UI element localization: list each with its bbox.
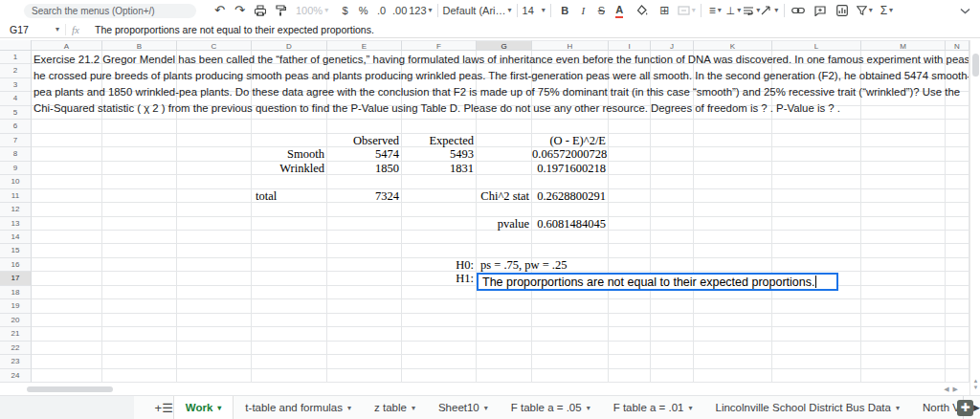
row-header-22[interactable]: 22: [0, 342, 32, 355]
format-percent-button[interactable]: %: [354, 2, 372, 19]
cell-F17[interactable]: H1:: [402, 272, 477, 285]
text-wrap-icon[interactable]: ▾: [743, 2, 761, 19]
decrease-decimals-button[interactable]: .0: [372, 2, 390, 19]
horizontal-scrollbar-thumb[interactable]: [27, 386, 113, 392]
row-header-19[interactable]: 19: [0, 299, 32, 313]
row-header-16[interactable]: 16: [0, 258, 32, 272]
row-header-24[interactable]: 24: [0, 369, 32, 383]
chevron-down-icon[interactable]: ▾: [412, 404, 415, 412]
column-header-E[interactable]: E: [327, 40, 402, 51]
cell-F7[interactable]: Expected: [402, 134, 477, 147]
column-header-M[interactable]: M: [861, 40, 946, 51]
format-currency-button[interactable]: $: [336, 2, 354, 19]
exercise-text[interactable]: Exercise 21.2 Gregor Mendel has been cal…: [33, 52, 969, 117]
cell-E9[interactable]: 1850: [327, 162, 402, 175]
cell-E8[interactable]: 5474: [327, 147, 402, 161]
functions-icon[interactable]: Σ ▾: [878, 2, 896, 19]
all-sheets-menu-icon[interactable]: ☰: [162, 396, 173, 419]
row-header-10[interactable]: 10: [0, 175, 32, 188]
cell-H8[interactable]: 0.06572000728: [532, 147, 609, 161]
insert-comment-icon[interactable]: [812, 2, 830, 19]
row-header-18[interactable]: 18: [0, 286, 32, 299]
font-family-select[interactable]: Default (Ari… ▾: [443, 2, 512, 19]
column-header-J[interactable]: J: [651, 40, 694, 51]
cell-H13[interactable]: 0.6081484045: [532, 217, 609, 231]
select-all-corner[interactable]: [0, 40, 32, 51]
column-header-H[interactable]: H: [532, 40, 609, 51]
column-header-N[interactable]: N: [946, 40, 969, 51]
cell-H7[interactable]: (O - E)^2/E: [532, 134, 609, 147]
italic-button[interactable]: I: [574, 2, 592, 19]
redo-icon[interactable]: ↷: [231, 2, 249, 19]
row-header-4[interactable]: 4: [0, 92, 32, 105]
column-header-C[interactable]: C: [177, 40, 252, 51]
row-header-8[interactable]: 8: [0, 147, 32, 161]
chevron-down-icon[interactable]: ▾: [689, 404, 693, 412]
row-header-23[interactable]: 23: [0, 355, 32, 368]
borders-icon[interactable]: ⊞: [656, 2, 674, 19]
chevron-down-icon[interactable]: ▾: [484, 404, 488, 412]
row-header-3[interactable]: 3: [0, 78, 32, 92]
row-header-5[interactable]: 5: [0, 106, 32, 120]
vertical-scroll-arrows-icon[interactable]: ▲▼: [972, 378, 979, 391]
strikethrough-button[interactable]: S: [592, 2, 611, 19]
sheet-tab-lincolnville-school-district-bus-data[interactable]: Lincolnville School District Bus Data▾: [704, 396, 911, 419]
zoom-select[interactable]: 100% ▾: [296, 2, 328, 19]
text-rotation-icon[interactable]: ▾: [761, 2, 779, 19]
insert-link-icon[interactable]: [790, 2, 808, 19]
row-header-13[interactable]: 13: [0, 217, 32, 231]
cell-D8[interactable]: Smooth: [252, 147, 327, 161]
menu-search-input[interactable]: Search the menus (Option+/): [24, 4, 196, 18]
add-sheet-button[interactable]: +: [155, 396, 163, 419]
chevron-down-icon[interactable]: ▾: [587, 404, 590, 412]
cell-G16[interactable]: ps = .75, pw = .25: [477, 258, 532, 272]
sheet-tab-sheet10[interactable]: Sheet10▾: [427, 396, 500, 419]
create-filter-icon[interactable]: ▾: [856, 2, 874, 19]
row-header-21[interactable]: 21: [0, 327, 32, 341]
column-header-K[interactable]: K: [694, 40, 772, 51]
row-header-20[interactable]: 20: [0, 314, 32, 327]
sheet-tab-work[interactable]: Work▾: [173, 396, 234, 419]
row-header-7[interactable]: 7: [0, 134, 32, 147]
bold-button[interactable]: B: [556, 2, 574, 19]
chevron-down-icon[interactable]: ▾: [896, 404, 900, 412]
column-header-L[interactable]: L: [772, 40, 861, 51]
sheet-tab-z-table[interactable]: z table▾: [363, 396, 427, 419]
column-header-D[interactable]: D: [252, 40, 327, 51]
horizontal-scroll-arrows-icon[interactable]: ◀▶: [944, 386, 962, 393]
more-formats-button[interactable]: 123 ▾: [409, 2, 432, 19]
vertical-scrollbar-thumb[interactable]: [972, 54, 979, 77]
font-size-select[interactable]: 14 ▾: [523, 2, 546, 19]
sheet-tab-f-table-a-05[interactable]: F table a = .05▾: [500, 396, 602, 419]
fill-color-icon[interactable]: [634, 2, 652, 19]
increase-decimals-button[interactable]: .00: [390, 2, 409, 19]
scroll-tabs-right-icon[interactable]: ▶: [973, 396, 980, 419]
chevron-down-icon[interactable]: ▾: [347, 404, 351, 412]
cell-F8[interactable]: 5493: [402, 147, 477, 161]
cell-F16[interactable]: H0:: [402, 258, 477, 272]
cell-H11[interactable]: 0.2628800291: [532, 189, 609, 203]
paint-format-icon[interactable]: [271, 2, 289, 19]
active-cell-editor[interactable]: The proporportions are not equal to thei…: [477, 273, 838, 291]
sheet-tab-t-table-and-formulas[interactable]: t-table and formulas▾: [234, 396, 363, 419]
undo-icon[interactable]: ↶: [211, 2, 229, 19]
hide-menus-chevron-icon[interactable]: [960, 8, 970, 14]
insert-chart-icon[interactable]: [834, 2, 852, 19]
name-box[interactable]: G17: [0, 24, 56, 35]
cell-H9[interactable]: 0.1971600218: [532, 162, 609, 175]
column-header-G[interactable]: G: [477, 40, 532, 51]
row-header-11[interactable]: 11: [0, 189, 32, 203]
explore-button[interactable]: ✚: [957, 400, 973, 416]
vertical-align-icon[interactable]: ⊥ ▾: [724, 2, 743, 19]
cell-E11[interactable]: 7324: [327, 189, 402, 203]
row-header-6[interactable]: 6: [0, 120, 32, 133]
cell-G11[interactable]: Chi^2 stat: [477, 189, 532, 203]
print-icon[interactable]: [251, 2, 269, 19]
cell-D11[interactable]: total: [252, 189, 327, 203]
row-header-15[interactable]: 15: [0, 244, 32, 257]
horizontal-align-icon[interactable]: ≡ ▾: [706, 2, 724, 19]
row-header-12[interactable]: 12: [0, 203, 32, 216]
vertical-scrollbar[interactable]: ▲▼: [969, 40, 980, 395]
sheet-tab-f-table-a-01[interactable]: F table a = .01▾: [602, 396, 704, 419]
row-header-1[interactable]: 1: [0, 51, 32, 64]
